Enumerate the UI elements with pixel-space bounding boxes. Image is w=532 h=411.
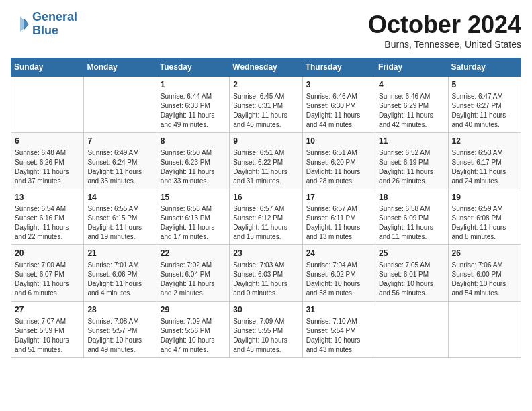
- calendar-cell: 31Sunrise: 7:10 AMSunset: 5:54 PMDayligh…: [302, 302, 375, 358]
- calendar-cell: 7Sunrise: 6:49 AMSunset: 6:24 PMDaylight…: [84, 132, 157, 189]
- day-number: 30: [233, 304, 298, 316]
- day-number: 28: [87, 304, 152, 316]
- sunrise-text: Sunrise: 6:59 AM: [452, 204, 517, 214]
- calendar-cell: 6Sunrise: 6:48 AMSunset: 6:26 PMDaylight…: [11, 132, 84, 189]
- calendar-cell: [448, 302, 521, 358]
- day-details: Sunrise: 6:58 AMSunset: 6:09 PMDaylight:…: [379, 204, 444, 242]
- day-details: Sunrise: 7:08 AMSunset: 5:57 PMDaylight:…: [87, 317, 152, 355]
- day-number: 3: [306, 79, 371, 91]
- calendar-cell: 17Sunrise: 6:57 AMSunset: 6:11 PMDayligh…: [302, 189, 375, 245]
- calendar-cell: 22Sunrise: 7:02 AMSunset: 6:04 PMDayligh…: [157, 245, 229, 302]
- calendar-cell: 29Sunrise: 7:09 AMSunset: 5:56 PMDayligh…: [157, 302, 229, 358]
- sunrise-text: Sunrise: 6:47 AM: [452, 92, 517, 101]
- sunset-text: Sunset: 5:59 PM: [15, 326, 80, 336]
- day-details: Sunrise: 6:52 AMSunset: 6:19 PMDaylight:…: [379, 148, 444, 186]
- calendar-cell: [375, 302, 448, 358]
- day-number: 10: [306, 136, 371, 147]
- page-header: General Blue October 2024 Burns, Tenness…: [11, 11, 521, 50]
- calendar-cell: 12Sunrise: 6:53 AMSunset: 6:17 PMDayligh…: [448, 132, 521, 189]
- day-number: 1: [161, 79, 226, 91]
- day-details: Sunrise: 6:57 AMSunset: 6:11 PMDaylight:…: [306, 204, 371, 242]
- sunrise-text: Sunrise: 6:57 AM: [233, 204, 298, 214]
- calendar-cell: 28Sunrise: 7:08 AMSunset: 5:57 PMDayligh…: [84, 302, 157, 358]
- sunrise-text: Sunrise: 6:51 AM: [233, 148, 298, 158]
- day-number: 27: [15, 304, 80, 316]
- daylight-text: Daylight: 10 hours and 45 minutes.: [233, 336, 298, 355]
- daylight-text: Daylight: 11 hours and 17 minutes.: [161, 223, 226, 242]
- sunrise-text: Sunrise: 6:49 AM: [87, 148, 152, 158]
- calendar-cell: 4Sunrise: 6:46 AMSunset: 6:29 PMDaylight…: [375, 77, 448, 133]
- daylight-text: Daylight: 10 hours and 49 minutes.: [87, 336, 152, 355]
- day-number: 2: [233, 79, 298, 91]
- day-number: 15: [161, 192, 226, 203]
- title-block: October 2024 Burns, Tennessee, United St…: [368, 11, 521, 50]
- sunset-text: Sunset: 6:27 PM: [452, 101, 517, 111]
- sunset-text: Sunset: 6:02 PM: [306, 270, 371, 279]
- sunset-text: Sunset: 6:31 PM: [233, 101, 298, 111]
- calendar-week-row: 1Sunrise: 6:44 AMSunset: 6:33 PMDaylight…: [11, 77, 521, 133]
- sunrise-text: Sunrise: 7:08 AM: [87, 317, 152, 326]
- day-number: 24: [306, 248, 371, 259]
- day-details: Sunrise: 7:05 AMSunset: 6:01 PMDaylight:…: [379, 261, 444, 298]
- sunrise-text: Sunrise: 6:44 AM: [161, 92, 226, 101]
- day-number: 6: [15, 136, 80, 147]
- sunset-text: Sunset: 6:20 PM: [306, 158, 371, 167]
- logo-icon: [11, 15, 30, 34]
- daylight-text: Daylight: 11 hours and 11 minutes.: [379, 223, 444, 242]
- weekday-header-row: SundayMondayTuesdayWednesdayThursdayFrid…: [11, 58, 521, 77]
- logo-text: General Blue: [32, 11, 77, 38]
- location: Burns, Tennessee, United States: [368, 39, 521, 50]
- daylight-text: Daylight: 10 hours and 56 minutes.: [379, 279, 444, 298]
- day-details: Sunrise: 6:51 AMSunset: 6:22 PMDaylight:…: [233, 148, 298, 186]
- daylight-text: Daylight: 11 hours and 24 minutes.: [452, 167, 517, 186]
- sunrise-text: Sunrise: 7:00 AM: [15, 261, 80, 270]
- sunset-text: Sunset: 6:09 PM: [379, 214, 444, 223]
- daylight-text: Daylight: 11 hours and 26 minutes.: [379, 167, 444, 186]
- sunset-text: Sunset: 6:13 PM: [161, 214, 226, 223]
- sunrise-text: Sunrise: 6:57 AM: [306, 204, 371, 214]
- calendar-week-row: 27Sunrise: 7:07 AMSunset: 5:59 PMDayligh…: [11, 302, 521, 358]
- logo: General Blue: [11, 11, 77, 38]
- daylight-text: Daylight: 11 hours and 13 minutes.: [306, 223, 371, 242]
- calendar-cell: 19Sunrise: 6:59 AMSunset: 6:08 PMDayligh…: [448, 189, 521, 245]
- sunrise-text: Sunrise: 7:04 AM: [306, 261, 371, 270]
- calendar-cell: 9Sunrise: 6:51 AMSunset: 6:22 PMDaylight…: [230, 132, 302, 189]
- day-number: 16: [233, 192, 298, 203]
- day-number: 20: [15, 248, 80, 259]
- day-details: Sunrise: 6:46 AMSunset: 6:29 PMDaylight:…: [379, 92, 444, 130]
- day-details: Sunrise: 7:10 AMSunset: 5:54 PMDaylight:…: [306, 317, 371, 355]
- daylight-text: Daylight: 11 hours and 22 minutes.: [15, 223, 80, 242]
- day-details: Sunrise: 7:00 AMSunset: 6:07 PMDaylight:…: [15, 261, 80, 298]
- sunset-text: Sunset: 6:16 PM: [15, 214, 80, 223]
- daylight-text: Daylight: 10 hours and 51 minutes.: [15, 336, 80, 355]
- daylight-text: Daylight: 11 hours and 8 minutes.: [452, 223, 517, 242]
- calendar-week-row: 13Sunrise: 6:54 AMSunset: 6:16 PMDayligh…: [11, 189, 521, 245]
- day-details: Sunrise: 6:57 AMSunset: 6:12 PMDaylight:…: [233, 204, 298, 242]
- sunset-text: Sunset: 6:30 PM: [306, 101, 371, 111]
- day-details: Sunrise: 7:01 AMSunset: 6:06 PMDaylight:…: [87, 261, 152, 298]
- day-details: Sunrise: 6:51 AMSunset: 6:20 PMDaylight:…: [306, 148, 371, 186]
- day-number: 11: [379, 136, 444, 147]
- calendar-cell: 2Sunrise: 6:45 AMSunset: 6:31 PMDaylight…: [230, 77, 302, 133]
- sunset-text: Sunset: 6:15 PM: [87, 214, 152, 223]
- day-number: 8: [161, 136, 226, 147]
- weekday-header: Wednesday: [230, 58, 302, 77]
- weekday-header: Sunday: [11, 58, 84, 77]
- daylight-text: Daylight: 11 hours and 35 minutes.: [87, 167, 152, 186]
- calendar-cell: 5Sunrise: 6:47 AMSunset: 6:27 PMDaylight…: [448, 77, 521, 133]
- day-number: 23: [233, 248, 298, 259]
- sunset-text: Sunset: 6:06 PM: [87, 270, 152, 279]
- sunrise-text: Sunrise: 7:03 AM: [233, 261, 298, 270]
- sunrise-text: Sunrise: 6:53 AM: [452, 148, 517, 158]
- weekday-header: Tuesday: [157, 58, 229, 77]
- daylight-text: Daylight: 11 hours and 2 minutes.: [161, 279, 226, 298]
- day-details: Sunrise: 7:04 AMSunset: 6:02 PMDaylight:…: [306, 261, 371, 298]
- day-details: Sunrise: 6:53 AMSunset: 6:17 PMDaylight:…: [452, 148, 517, 186]
- calendar-cell: 11Sunrise: 6:52 AMSunset: 6:19 PMDayligh…: [375, 132, 448, 189]
- day-number: 9: [233, 136, 298, 147]
- sunset-text: Sunset: 6:26 PM: [15, 158, 80, 167]
- calendar-cell: 25Sunrise: 7:05 AMSunset: 6:01 PMDayligh…: [375, 245, 448, 302]
- day-details: Sunrise: 7:06 AMSunset: 6:00 PMDaylight:…: [452, 261, 517, 298]
- day-details: Sunrise: 6:56 AMSunset: 6:13 PMDaylight:…: [161, 204, 226, 242]
- sunrise-text: Sunrise: 7:10 AM: [306, 317, 371, 326]
